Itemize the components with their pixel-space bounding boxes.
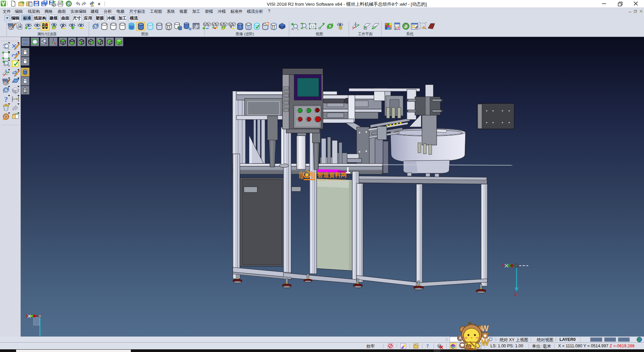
svg-text:1:1: 1:1 xyxy=(311,25,315,28)
svg-text:W: W xyxy=(481,338,489,347)
svg-text:W: W xyxy=(481,324,489,333)
svg-text:Z: Z xyxy=(514,292,517,297)
svg-text:?: ? xyxy=(4,95,8,103)
svg-text:INTELLIGENT MANUFACTURING DATA: INTELLIGENT MANUFACTURING DATA xyxy=(318,179,346,181)
svg-text:Y: Y xyxy=(25,314,28,319)
svg-text:A: A xyxy=(459,336,462,341)
svg-text:?: ? xyxy=(426,343,429,349)
svg-text:智造资料网: 智造资料网 xyxy=(317,172,347,178)
svg-text:Y: Y xyxy=(502,263,504,268)
